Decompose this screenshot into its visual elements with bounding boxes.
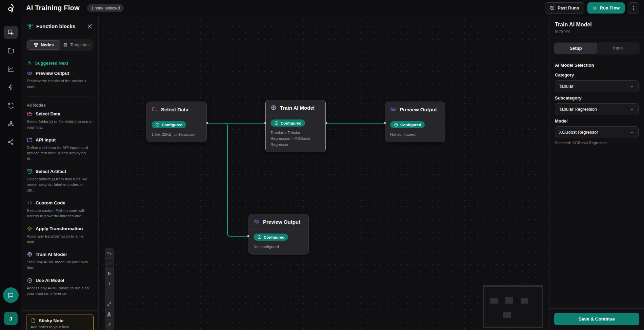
chevron-down-icon (630, 130, 635, 135)
canvas-node-train-ai-model[interactable]: Train AI Model Configured Tabular > Tabu… (265, 100, 326, 152)
node-handle[interactable] (206, 122, 208, 124)
tab-input[interactable]: Input (597, 43, 639, 53)
rail-item-sync[interactable] (4, 99, 18, 112)
all-nodes-label: All Nodes (27, 103, 93, 108)
play-icon (107, 271, 112, 276)
selected-model-note: Selected: XGBoost Regressor (555, 141, 639, 145)
archive-icon (27, 169, 33, 174)
eye-icon (390, 106, 396, 112)
config-subtitle: ai.training (555, 29, 639, 33)
more-options-button[interactable] (628, 2, 639, 14)
config-tabs: Setup Input (554, 42, 640, 54)
selection-badge: 1 node selected (87, 4, 124, 12)
run-step-button[interactable] (105, 269, 113, 279)
topbar: AI Training Flow 1 node selected Past Ru… (21, 0, 644, 16)
undo-icon (107, 251, 112, 256)
library-item-use-ai-model[interactable]: Use AI Model Access any AI/ML model to r… (27, 278, 93, 296)
status-badge: Configured (254, 234, 288, 241)
blocks-icon (34, 43, 38, 47)
library-item-select-artifact[interactable]: Select Artifact Select artifact(s) from … (27, 169, 93, 193)
history-icon (550, 5, 555, 10)
past-runs-button[interactable]: Past Runs (545, 2, 584, 14)
flow-edges (99, 16, 549, 330)
chat-button[interactable] (3, 287, 19, 303)
node-handle[interactable] (325, 122, 327, 124)
folder-icon (27, 137, 33, 143)
minus-icon (107, 292, 112, 296)
run-flow-button[interactable]: Run Flow (587, 2, 625, 14)
model-label: Model (555, 118, 639, 124)
canvas-toolbar (105, 248, 114, 330)
library-item-api-input[interactable]: API Input Define a schema for API inputs… (27, 137, 93, 162)
zoom-in-button[interactable] (105, 279, 113, 289)
eye-icon (254, 219, 260, 225)
undo-button[interactable] (105, 248, 113, 259)
library-item-preview-output[interactable]: Preview Output Preview the results of th… (27, 70, 93, 89)
canvas-node-preview-output-1[interactable]: Preview Output Configured Not configured (385, 102, 445, 142)
category-label: Category (555, 72, 639, 78)
close-icon[interactable] (87, 23, 93, 29)
rail-item-flow-editor[interactable] (4, 26, 18, 39)
tab-templates[interactable]: Templates (60, 40, 93, 50)
library-item-custom-code[interactable]: Custom Code Execute custom Python code w… (27, 200, 93, 219)
flow-canvas[interactable]: Select Data Configured 1 file: 32KB_cirr… (99, 16, 549, 330)
folder-open-icon (27, 111, 33, 117)
kebab-icon (631, 5, 636, 11)
section-title: AI Model Selection (555, 63, 639, 68)
note-icon (31, 318, 36, 323)
function-blocks-panel: Function blocks Nodes Templates (21, 16, 99, 330)
library-item-select-data[interactable]: Select Data Select folder(s) or file blo… (27, 111, 93, 130)
plus-icon (107, 282, 112, 286)
canvas-node-preview-output-2[interactable]: Preview Output Configured Not configured (248, 214, 309, 255)
play-circle-icon (27, 278, 33, 283)
save-continue-button[interactable]: Save & Continue (554, 313, 639, 325)
sticky-note-item[interactable]: Sticky Note Add notes to your flow. (26, 314, 94, 330)
minimap-node (490, 298, 498, 304)
left-rail: J (0, 0, 21, 330)
rail-item-metrics[interactable] (4, 62, 18, 76)
redo-button[interactable] (105, 259, 113, 269)
library-item-apply-transformation[interactable]: Apply Transformation Apply any transform… (27, 226, 93, 245)
chevron-down-icon (630, 107, 635, 112)
redo-icon (107, 261, 112, 266)
model-select[interactable]: XGBoost Regressor (555, 126, 639, 138)
rail-item-files[interactable] (4, 44, 18, 58)
status-badge: Configured (152, 121, 186, 128)
link-icon (107, 323, 112, 327)
config-title: Train AI Model (555, 22, 639, 28)
tab-nodes[interactable]: Nodes (27, 40, 60, 50)
rail-item-functions[interactable] (4, 117, 18, 131)
node-handle[interactable] (247, 235, 249, 237)
category-select[interactable]: Tabular (555, 80, 639, 92)
minimap-node (503, 312, 511, 318)
minimap[interactable] (483, 285, 543, 328)
expand-icon (107, 302, 112, 306)
library-item-train-ai-model[interactable]: Train AI Model Train any AI/ML model on … (27, 251, 93, 270)
minimap-node (521, 298, 528, 304)
link-mode-button[interactable] (105, 320, 113, 330)
rail-item-actions[interactable] (4, 81, 18, 94)
user-avatar[interactable]: J (4, 312, 18, 325)
rail-item-share[interactable] (4, 135, 18, 149)
node-handle[interactable] (384, 122, 386, 124)
zoom-out-button[interactable] (105, 289, 113, 299)
subcategory-select[interactable]: Tabular Regression (555, 103, 639, 115)
auto-layout-button[interactable] (105, 309, 113, 320)
check-circle-icon (274, 121, 279, 125)
canvas-node-select-data[interactable]: Select Data Configured 1 file: 32KB_cirr… (146, 102, 207, 142)
fit-view-button[interactable] (105, 299, 113, 309)
sticky-note-section: Sticky Note Add notes to your flow. (21, 310, 98, 330)
templates-icon (63, 43, 68, 47)
app-root: J AI Training Flow 1 node selected Past … (0, 0, 644, 330)
brain-icon (270, 105, 277, 111)
node-library-list: Suggested Next Preview Output Preview th… (21, 52, 98, 310)
node-handle[interactable] (264, 122, 266, 124)
chevron-down-icon (630, 84, 635, 89)
check-circle-icon (394, 123, 398, 127)
node-config-panel: Train AI Model ai.training Setup Input A… (549, 16, 644, 330)
suggested-next-label: Suggested Next (27, 60, 93, 66)
status-badge: Configured (390, 121, 425, 128)
app-logo-icon[interactable] (0, 0, 21, 16)
flow-title: AI Training Flow (26, 4, 80, 12)
tab-setup[interactable]: Setup (555, 43, 597, 53)
